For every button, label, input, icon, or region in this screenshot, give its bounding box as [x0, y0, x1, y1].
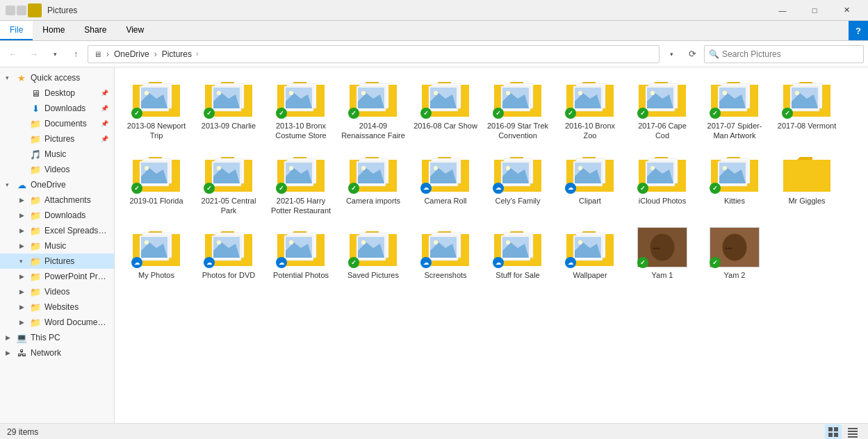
recent-locations-button[interactable]: ▾ [46, 45, 64, 63]
svg-rect-163 [828, 427, 833, 431]
folder-item[interactable]: ••• ✓ Yam 1 [628, 222, 697, 284]
search-input[interactable] [722, 49, 859, 59]
folder-item[interactable]: ✓ 2013-08 Newport Trip [122, 73, 191, 145]
folder-label: Saved Pictures [347, 270, 399, 280]
folder-item[interactable]: Mr Giggles [772, 148, 842, 220]
svg-point-120 [145, 240, 149, 245]
svg-rect-168 [848, 431, 858, 432]
folder-item[interactable]: ✓ 2021-05 Central Park [194, 148, 263, 220]
folder-item[interactable]: ☁ Stuff for Sale [483, 222, 552, 284]
folder-icon-wrap: ✓ [348, 226, 398, 268]
tab-file[interactable]: File [0, 21, 33, 40]
search-icon: 🔍 [709, 49, 719, 59]
sidebar-item-videos-od[interactable]: ▶ 📁 Videos [0, 284, 114, 299]
folder-label: Mr Giggles [788, 196, 825, 206]
up-button[interactable]: ↑ [67, 45, 85, 63]
folder-item[interactable]: ☁ Screenshots [411, 222, 480, 284]
folder-item[interactable]: ✓ 2013-10 Bronx Costume Store [266, 73, 336, 145]
sidebar-item-websites[interactable]: ▶ 📁 Websites [0, 299, 114, 315]
close-button[interactable]: ✕ [830, 0, 862, 21]
sidebar-item-excel[interactable]: ▶ 📁 Excel Spreadsheets [0, 223, 114, 238]
folder-item[interactable]: ☁ Potential Photos [266, 222, 336, 284]
sync-badge: ✓ [348, 183, 359, 194]
folder-item[interactable]: ✓ iCloud Photos [628, 148, 697, 220]
sidebar-network[interactable]: ▶ 🖧 Network [0, 345, 114, 361]
folder-item[interactable]: ☁ Wallpaper [555, 222, 625, 284]
svg-point-53 [723, 91, 727, 95]
svg-rect-169 [848, 433, 858, 435]
sidebar-item-downloads[interactable]: ⬇ Downloads 📌 [0, 101, 114, 116]
folder-icon-wrap: ✓ [204, 152, 254, 194]
address-path[interactable]: 🖥 › OneDrive › Pictures › [88, 45, 660, 63]
forward-button[interactable]: → [25, 45, 43, 63]
folder-item[interactable]: ✓ 2017-07 Spider-Man Artwork [700, 73, 769, 145]
folder-item[interactable]: ✓ 2017-08 Vermont [772, 73, 842, 145]
folder-grid: ✓ 2013-08 Newport Trip ✓ 2013-09 Charlie… [122, 73, 861, 284]
search-box[interactable]: 🔍 [704, 45, 864, 63]
folder-icon-a: 📁 [29, 194, 42, 206]
sidebar-item-music-qa[interactable]: 🎵 Music [0, 147, 114, 162]
folder-icon-wrap: ☁ [493, 226, 543, 268]
svg-point-156 [578, 240, 582, 245]
refresh-button[interactable]: ⟳ [683, 45, 701, 63]
sidebar-item-documents[interactable]: 📁 Documents 📌 [0, 116, 114, 131]
folder-label: 2016-08 Car Show [413, 121, 477, 131]
help-button[interactable]: ? [849, 21, 868, 40]
minimize-button[interactable]: — [767, 0, 799, 21]
details-svg [847, 426, 858, 438]
view-details[interactable] [844, 424, 861, 440]
folder-item[interactable]: ✓ 2016-10 Bronx Zoo [555, 73, 625, 145]
folder-item[interactable]: ✓ Camera imports [338, 148, 408, 220]
folder-item[interactable]: ✓ 2016-08 Car Show [411, 73, 480, 145]
folder-item[interactable]: ☁ My Photos [122, 222, 191, 284]
folder-label: 2014-09 Renaissance Faire [341, 121, 405, 141]
folder-icon-h: 📁 [29, 301, 42, 313]
folder-item[interactable]: ✓ 2021-05 Harry Potter Restaurant [266, 148, 336, 220]
folder-item[interactable]: ✓ Kitties [700, 148, 769, 220]
sidebar-quick-access[interactable]: ▾ ★ Quick access [0, 70, 114, 85]
folder-item[interactable]: ☁ Clipart [555, 148, 625, 220]
back-button[interactable]: ← [4, 45, 22, 63]
sidebar-item-desktop[interactable]: 🖥 Desktop 📌 [0, 85, 114, 101]
folder-item[interactable]: ••• ✓ Yam 2 [700, 222, 769, 284]
expand-arrow: ▾ [6, 74, 15, 81]
folder-item[interactable]: ☁ Photos for DVD [194, 222, 263, 284]
sidebar-item-pictures-qa[interactable]: 📁 Pictures 📌 [0, 131, 114, 147]
folder-item[interactable]: ✓ 2014-09 Renaissance Faire [338, 73, 408, 145]
maximize-button[interactable]: □ [799, 0, 830, 21]
folder-icon-wrap: ✓ [348, 152, 398, 194]
folder-item[interactable]: ✓ Saved Pictures [338, 222, 408, 284]
pictures-qa-icon: 📁 [29, 133, 42, 144]
sidebar-item-videos-qa[interactable]: 📁 Videos [0, 162, 114, 177]
address-dropdown-button[interactable]: ▾ [662, 45, 680, 63]
svg-rect-167 [848, 428, 858, 429]
folder-label: Wallpaper [573, 270, 607, 280]
sidebar-item-attachments[interactable]: ▶ 📁 Attachments [0, 192, 114, 208]
sidebar-item-downloads-od[interactable]: ▶ 📁 Downloads [0, 208, 114, 223]
sync-badge: ✓ [276, 108, 287, 119]
folder-item[interactable]: ✓ 2017-06 Cape Cod [628, 73, 697, 145]
tab-home[interactable]: Home [33, 21, 74, 40]
folder-item[interactable]: ✓ 2019-01 Florida [122, 148, 191, 220]
path-dropdown-chevron[interactable]: › [196, 50, 198, 58]
tab-share[interactable]: Share [74, 21, 116, 40]
path-pictures[interactable]: Pictures [159, 48, 195, 60]
folder-item[interactable]: ☁ Camera Roll [411, 148, 480, 220]
sync-badge: ✓ [565, 108, 576, 119]
svg-point-101 [578, 166, 582, 170]
folder-item[interactable]: ✓ 2016-09 Star Trek Convention [483, 73, 552, 145]
path-onedrive[interactable]: OneDrive [111, 48, 152, 60]
folder-item[interactable]: ✓ 2013-09 Charlie [194, 73, 263, 145]
sidebar-item-music-od[interactable]: ▶ 📁 Music [0, 238, 114, 254]
svg-text:•••: ••• [725, 245, 732, 252]
tab-view[interactable]: View [116, 21, 154, 40]
folder-icon-g: 📁 [29, 286, 42, 297]
folder-item[interactable]: ☁ Cely's Family [483, 148, 552, 220]
sidebar-item-pictures-od[interactable]: ▾ 📁 Pictures [0, 254, 114, 269]
folder-icon-wrap: ✓ [710, 152, 760, 194]
sidebar-this-pc[interactable]: ▶ 💻 This PC [0, 330, 114, 345]
sidebar-onedrive[interactable]: ▾ ☁ OneDrive [0, 177, 114, 192]
sidebar-item-word[interactable]: ▶ 📁 Word Documents [0, 315, 114, 330]
view-large-icons[interactable] [825, 424, 842, 440]
sidebar-item-powerpoint[interactable]: ▶ 📁 PowerPoint Present [0, 269, 114, 284]
